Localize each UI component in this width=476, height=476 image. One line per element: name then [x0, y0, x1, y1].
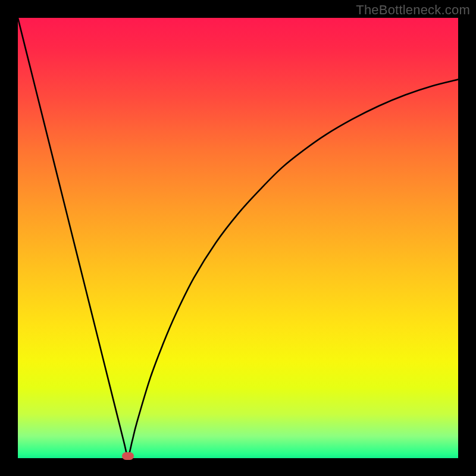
minimum-marker	[122, 452, 134, 460]
chart-container: TheBottleneck.com	[0, 0, 476, 476]
watermark-text: TheBottleneck.com	[356, 2, 470, 18]
bottleneck-curve	[18, 18, 458, 456]
bottleneck-chart	[18, 18, 458, 458]
curve-layer	[18, 18, 458, 458]
